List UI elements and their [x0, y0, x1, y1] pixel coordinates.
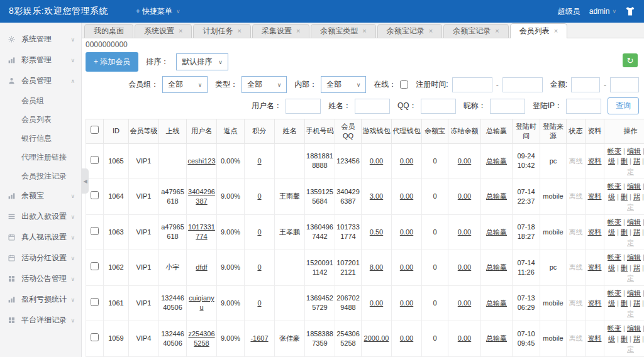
tab-close-icon[interactable]: ×: [429, 28, 433, 35]
cell-agent-wallet-link[interactable]: 0.00: [400, 192, 413, 200]
sidebar-item-真人视讯设置[interactable]: 真人视讯设置∨: [0, 227, 81, 248]
op-删-link[interactable]: 删: [621, 228, 628, 236]
cell-agent-wallet-link[interactable]: 0.00: [400, 299, 413, 307]
tab-系统设置[interactable]: 系统设置×: [135, 24, 192, 38]
tab-采集设置[interactable]: 采集设置×: [252, 24, 309, 38]
cell-frozen-link[interactable]: 0.00: [458, 263, 471, 271]
cell-total-winloss-link[interactable]: 总输赢: [486, 299, 507, 307]
op-踢-link[interactable]: 踢: [633, 335, 640, 343]
sidebar-subitem-会员列表[interactable]: 会员列表: [0, 110, 81, 129]
cell-profile-link[interactable]: 资料: [588, 192, 602, 200]
op-踢-link[interactable]: 踢: [633, 228, 640, 236]
login-ip-input[interactable]: [566, 99, 601, 114]
name-input[interactable]: [355, 99, 390, 114]
reg-time-end-input[interactable]: [502, 77, 543, 92]
op-踢-link[interactable]: 踢: [633, 193, 640, 200]
tab-close-icon[interactable]: ×: [237, 28, 241, 35]
amount-max-input[interactable]: [610, 77, 639, 92]
op-帐变-link[interactable]: 帐变: [608, 324, 621, 332]
user-menu[interactable]: admin ∨: [589, 7, 616, 16]
cell-username-link[interactable]: z2543065258: [188, 330, 214, 347]
cell-total-winloss-link[interactable]: 总输赢: [486, 157, 507, 165]
tab-余额宝类型[interactable]: 余额宝类型×: [311, 24, 375, 38]
op-帐变-link[interactable]: 帐变: [608, 253, 621, 261]
tab-我的桌面[interactable]: 我的桌面: [84, 24, 133, 38]
op-删-link[interactable]: 删: [621, 193, 628, 200]
sidebar-item-盈利亏损统计[interactable]: 盈利亏损统计∨: [0, 289, 81, 310]
cell-game-wallet-link[interactable]: 0.00: [370, 157, 383, 165]
row-checkbox[interactable]: [91, 156, 99, 164]
cell-username-link[interactable]: dfdf: [196, 263, 207, 271]
cell-total-winloss-link[interactable]: 总输赢: [486, 263, 507, 271]
type-select[interactable]: 全部 ∨: [242, 76, 287, 93]
add-member-button[interactable]: + 添加会员: [86, 52, 138, 72]
cell-game-wallet-link[interactable]: 8.00: [370, 263, 383, 271]
cell-profile-link[interactable]: 资料: [588, 157, 602, 165]
cell-agent-wallet-link[interactable]: 0.00: [400, 228, 413, 236]
sidebar-subitem-会员投注记录[interactable]: 会员投注记录: [0, 167, 81, 185]
tab-余额宝记录[interactable]: 余额宝记录×: [377, 24, 442, 38]
cell-username-link[interactable]: 3404296387: [188, 188, 215, 205]
sidebar-item-平台详细记录[interactable]: 平台详细记录∨: [0, 310, 81, 331]
tab-close-icon[interactable]: ×: [495, 28, 499, 35]
op-帐变-link[interactable]: 帐变: [608, 218, 621, 226]
cell-frozen-link[interactable]: 0.00: [458, 228, 471, 236]
cell-username-link[interactable]: 1017331774: [188, 223, 215, 240]
sidebar-collapse-handle[interactable]: ◀: [82, 168, 89, 194]
cell-agent-wallet-link[interactable]: 0.00: [400, 263, 413, 271]
op-编辑-link[interactable]: 编辑: [627, 182, 641, 190]
op-踢-link[interactable]: 踢: [633, 157, 640, 165]
sidebar-item-活动分红设置[interactable]: 活动分红设置∨: [0, 248, 81, 268]
cell-frozen-link[interactable]: 0.00: [458, 334, 471, 342]
internal-select[interactable]: 全部 ∨: [321, 76, 366, 93]
op-删-link[interactable]: 删: [621, 335, 628, 343]
op-编辑-link[interactable]: 编辑: [627, 289, 641, 297]
op-帐变-link[interactable]: 帐变: [608, 182, 621, 190]
sidebar-item-出款入款设置[interactable]: 出款入款设置∨: [0, 206, 81, 227]
cell-frozen-link[interactable]: 0.00: [458, 192, 471, 200]
reg-time-start-input[interactable]: [452, 77, 492, 92]
cell-total-winloss-link[interactable]: 总输赢: [486, 228, 507, 236]
cell-points-link[interactable]: 0: [257, 299, 261, 307]
cell-points-link[interactable]: 0: [257, 157, 261, 165]
tab-close-icon[interactable]: ×: [362, 28, 366, 35]
cell-points-link[interactable]: 0: [257, 228, 261, 236]
sidebar-subitem-银行信息[interactable]: 银行信息: [0, 129, 81, 148]
theme-shirt-icon[interactable]: [625, 6, 635, 16]
select-all-checkbox[interactable]: [91, 126, 99, 134]
quick-menu-button[interactable]: + 快捷菜单 ∨: [128, 0, 188, 23]
row-checkbox[interactable]: [91, 227, 99, 235]
op-编辑-link[interactable]: 编辑: [627, 253, 641, 261]
row-checkbox[interactable]: [91, 333, 99, 341]
cell-game-wallet-link[interactable]: 2000.00: [364, 334, 389, 342]
row-checkbox[interactable]: [91, 191, 99, 199]
tab-close-icon[interactable]: ×: [554, 28, 558, 35]
nick-input[interactable]: [490, 99, 525, 114]
sidebar-item-彩票管理[interactable]: 彩票管理∨: [0, 50, 81, 70]
cell-agent-wallet-link[interactable]: 0.00: [400, 334, 413, 342]
member-group-select[interactable]: 全部 ∨: [162, 76, 208, 93]
op-帐变-link[interactable]: 帐变: [608, 147, 621, 155]
op-编辑-link[interactable]: 编辑: [627, 147, 641, 155]
cell-agent-wallet-link[interactable]: 0.00: [400, 157, 413, 165]
online-checkbox[interactable]: [400, 80, 408, 89]
sidebar-item-余额宝[interactable]: 余额宝∨: [0, 185, 81, 206]
cell-total-winloss-link[interactable]: 总输赢: [486, 334, 507, 342]
op-删-link[interactable]: 删: [621, 299, 628, 307]
cell-profile-link[interactable]: 资料: [588, 334, 602, 342]
tab-计划任务[interactable]: 计划任务×: [193, 24, 250, 38]
refresh-green-button[interactable]: ↻: [623, 53, 638, 67]
cell-profile-link[interactable]: 资料: [588, 228, 602, 236]
sidebar-item-会员管理[interactable]: 会员管理∧: [0, 70, 81, 91]
sidebar-item-活动公告管理[interactable]: 活动公告管理∨: [0, 268, 81, 289]
sidebar-subitem-会员组[interactable]: 会员组: [0, 91, 81, 110]
cell-profile-link[interactable]: 资料: [588, 263, 602, 271]
amount-min-input[interactable]: [571, 77, 600, 92]
op-编辑-link[interactable]: 编辑: [627, 324, 641, 332]
cell-points-link[interactable]: 0: [257, 192, 261, 200]
sort-select[interactable]: 默认排序 ∨: [176, 53, 228, 70]
op-踢-link[interactable]: 踢: [633, 299, 640, 307]
cell-points-link[interactable]: -1607: [250, 334, 268, 342]
row-checkbox[interactable]: [91, 262, 99, 270]
op-删-link[interactable]: 删: [621, 157, 628, 165]
